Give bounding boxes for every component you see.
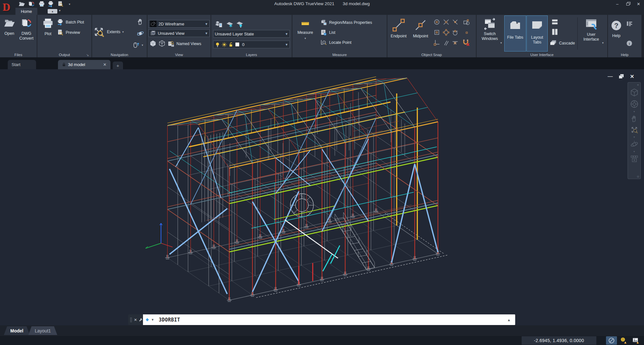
layer-freeze-button[interactable] [226,20,234,28]
osnap-apparent-intersection-button[interactable] [452,19,459,25]
measure-button[interactable]: Measure ▾ [295,19,316,41]
tile-horizontally-button[interactable] [551,18,559,26]
chevron-down-icon: ▾ [69,3,71,6]
navbar-caret[interactable]: ▾ [633,136,635,139]
command-history-caret[interactable]: ▲ [507,318,511,322]
open-button[interactable]: Open [2,17,17,36]
cascade-button[interactable]: Cascade [549,39,575,47]
command-input[interactable]: ▼ 3DORBIT ▲ [143,314,515,325]
named-views-button[interactable]: Named Views [167,40,201,47]
doc-close-button[interactable]: ✕ [629,73,636,80]
navbar-grip-icon[interactable]: ⊖ [637,175,639,178]
model-3d-wireframe[interactable] [0,69,644,325]
osnap-nearest-button[interactable] [452,39,459,46]
list-button[interactable]: List [320,29,335,36]
user-interface-caret[interactable]: ▾ [602,41,604,44]
pan-hand-icon[interactable] [630,115,639,123]
drawing-viewport[interactable]: — ✕ ✕ ▾ ▾ ▾ ⊖ [0,69,644,325]
geolocation-button[interactable] [618,336,629,345]
switch-windows-caret[interactable]: ▾ [500,41,502,44]
switch-windows-button[interactable]: Switch Windows [480,17,500,41]
batch-plot-button[interactable]: Batch Plot [57,19,84,26]
navigation-wheel-icon[interactable] [630,100,639,109]
qat-dwg-convert-button[interactable] [28,1,35,7]
navbar-close-icon[interactable]: ✕ [637,83,639,87]
image-status-button[interactable] [630,336,641,345]
qat-open-button[interactable] [18,1,25,7]
navbar-caret[interactable]: ▾ [633,110,635,113]
show-motion-icon[interactable] [630,155,639,163]
qat-more-commands-button[interactable]: ▾ [67,1,72,7]
window-restore-button[interactable] [623,0,633,8]
osnap-perpendicular-button[interactable] [433,39,440,46]
osnap-endpoint-button[interactable]: Endpoint [388,18,409,39]
orbit-button[interactable] [137,30,144,37]
tab-model[interactable]: Model [4,326,30,335]
user-interface-button[interactable]: User Interface [582,18,601,42]
osnap-insertion-button[interactable] [464,30,469,35]
new-tab-button[interactable]: + [113,62,123,69]
osnap-parallel-button[interactable] [443,39,450,46]
file-tab-start[interactable]: Start [8,60,36,69]
command-bar-handle[interactable]: ✕ [128,314,143,325]
qat-preview-button[interactable] [57,1,64,7]
ribbon-minimize-caret[interactable]: ▾ [59,9,61,12]
osnap-geometric-center-button[interactable] [463,19,470,25]
close-tab-icon[interactable]: ✕ [103,62,107,67]
tile-vertically-button[interactable] [551,28,559,36]
dwg-convert-button[interactable]: DWG Convert [17,17,35,41]
tab-home[interactable]: Home [15,8,37,15]
view-cube-icon[interactable] [630,88,639,97]
shaded-cube-button[interactable] [149,40,156,47]
extents-dropdown-caret[interactable]: ▾ [122,30,124,34]
visual-style-combo[interactable]: 2D Wireframe▼ [148,20,210,28]
ribbon-minimize-button[interactable]: ▲ [48,9,57,14]
zoom-extents-icon[interactable] [630,126,639,134]
pan-button[interactable] [137,18,144,26]
ribbon-overflow-button[interactable] [626,20,633,27]
steering-wheel-button[interactable]: ▾ [132,41,143,49]
named-view-combo[interactable]: Unsaved View▼ [148,29,210,37]
current-layer-combo[interactable]: 0 ▼ [213,41,290,48]
preview-button[interactable]: Preview [57,29,80,36]
osnap-center-button[interactable] [433,19,440,25]
doc-minimize-button[interactable]: — [607,73,614,80]
file-tab-document[interactable]: 3d model ✕ [58,60,110,69]
osnap-off-button[interactable] [462,39,470,46]
help-button[interactable]: Help [609,20,623,38]
orbit-icon[interactable] [630,140,639,149]
doc-restore-button[interactable] [618,73,625,80]
measure-dropdown-caret[interactable]: ▾ [305,36,306,41]
osnap-tangent-button[interactable] [452,29,459,36]
window-minimize-button[interactable]: – [612,0,622,8]
layer-properties-button[interactable] [214,20,223,28]
osnap-node-button[interactable] [433,29,440,36]
wireframe-cube-button[interactable] [158,40,166,47]
output-dialog-launcher[interactable]: ↘ [86,53,89,57]
qat-plot-button[interactable] [38,1,45,7]
app-logo-icon[interactable]: D [3,1,14,14]
window-close-button[interactable]: ✕ [634,0,643,8]
osnap-midpoint-button[interactable]: Midpoint [410,18,431,39]
tab-layout1[interactable]: Layout1 [28,326,57,335]
zoom-extents-button[interactable]: Extents ▾ [93,26,124,38]
qat-batch-plot-button[interactable] [47,1,54,7]
isolate-objects-button[interactable] [606,336,617,345]
wrench-icon[interactable] [139,317,143,322]
layout-tabs-toggle-button[interactable]: Layout Tabs [526,15,548,52]
recent-commands-caret[interactable]: ▼ [151,318,154,321]
layer-isolate-button[interactable] [236,20,244,28]
osnap-intersection-button[interactable] [443,19,450,25]
orbit-icon [137,30,144,37]
about-info-button[interactable] [626,40,633,47]
navbar-caret[interactable]: ▾ [633,150,635,153]
region-mass-properties-button[interactable]: Region/Mass Properties [320,19,372,26]
osnap-quadrant-button[interactable] [443,29,450,36]
layer-color-swatch[interactable] [235,42,240,47]
layer-state-combo[interactable]: Unsaved Layer State▼ [213,30,290,38]
mouse-dropdown-caret[interactable]: ▾ [142,43,143,47]
locate-point-button[interactable]: Locate Point [320,39,352,46]
file-tabs-toggle-button[interactable]: File Tabs [504,15,526,52]
command-close-icon[interactable]: ✕ [134,318,137,322]
plot-button[interactable]: Plot [41,17,55,36]
